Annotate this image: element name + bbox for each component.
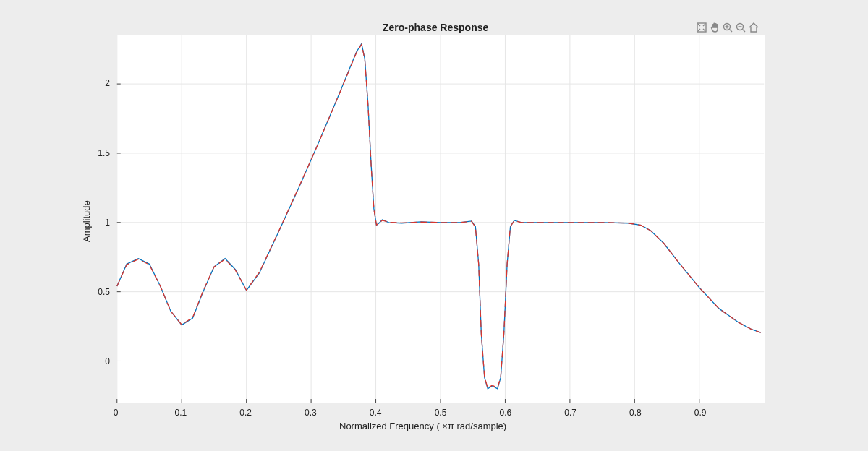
- x-tick-label: 0.4: [370, 408, 382, 418]
- x-tick-label: 0.1: [174, 408, 187, 418]
- pan-icon[interactable]: [709, 22, 720, 33]
- x-tick-label: 0.2: [239, 408, 252, 418]
- figure-toolbar: [696, 22, 760, 33]
- plot-svg: [116, 35, 765, 403]
- x-tick-label: 0.5: [435, 408, 447, 418]
- expand-icon[interactable]: [696, 22, 707, 33]
- axes[interactable]: [116, 35, 765, 403]
- x-tick-label: 0.6: [499, 408, 511, 418]
- series-blue-solid: [117, 44, 761, 389]
- x-tick-label: 0.7: [564, 408, 576, 418]
- x-axis-label: Normalized Frequency ( ×π rad/sample): [339, 421, 506, 431]
- x-tick-label: 0: [114, 408, 119, 418]
- y-axis-label: Amplitude: [81, 200, 92, 242]
- y-tick-label: 0: [105, 356, 110, 366]
- figure-window: Zero-phase Response: [0, 0, 868, 451]
- y-tick-label: 1: [105, 218, 110, 228]
- chart-title: Zero-phase Response: [383, 22, 488, 33]
- x-tick-label: 0.9: [694, 408, 707, 418]
- x-tick-label: 0.8: [629, 408, 642, 418]
- y-tick-label: 1.5: [98, 148, 110, 158]
- series-red-dashed: [117, 44, 761, 387]
- zoom-in-icon[interactable]: [722, 22, 733, 33]
- x-tick-label: 0.3: [305, 408, 317, 418]
- y-tick-label: 2: [105, 78, 110, 88]
- home-icon[interactable]: [748, 22, 760, 33]
- zoom-out-icon[interactable]: [735, 22, 746, 33]
- y-tick-label: 0.5: [98, 287, 110, 297]
